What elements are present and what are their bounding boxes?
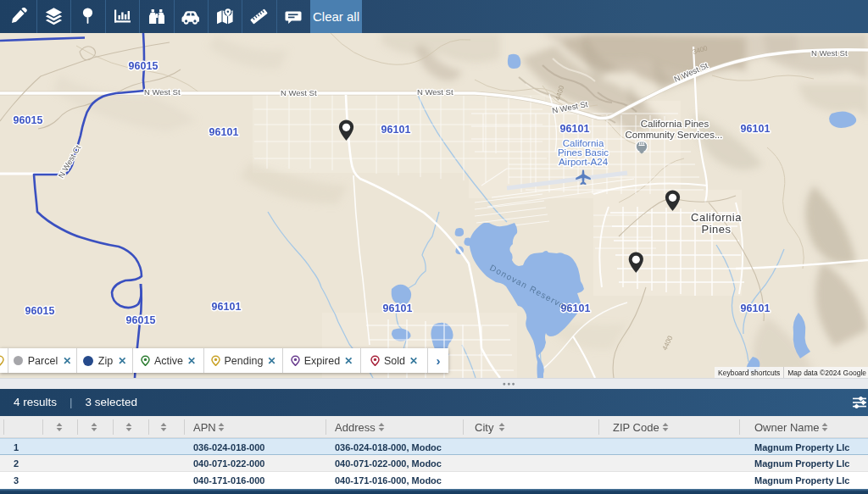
svg-text:Pines: Pines: [701, 223, 731, 236]
svg-text:N West St: N West St: [144, 87, 181, 97]
svg-text:96101: 96101: [381, 124, 411, 136]
svg-text:Community Services...: Community Services...: [625, 130, 722, 140]
svg-text:96101: 96101: [209, 126, 239, 138]
svg-text:96015: 96015: [126, 314, 156, 326]
svg-text:N West St: N West St: [811, 48, 848, 58]
svg-text:96015: 96015: [25, 305, 55, 317]
svg-text:96101: 96101: [383, 303, 413, 314]
svg-text:96015: 96015: [14, 114, 43, 126]
svg-text:N West St: N West St: [417, 87, 453, 97]
svg-text:96101: 96101: [560, 123, 590, 135]
svg-text:California Pines: California Pines: [641, 119, 709, 129]
svg-text:96101: 96101: [741, 303, 771, 314]
svg-text:N West St: N West St: [281, 88, 317, 97]
svg-text:96015: 96015: [129, 60, 159, 72]
svg-text:California: California: [691, 211, 742, 224]
svg-text:Airport-A24: Airport-A24: [559, 157, 609, 167]
svg-text:96101: 96101: [212, 301, 242, 313]
svg-text:96101: 96101: [741, 123, 771, 135]
